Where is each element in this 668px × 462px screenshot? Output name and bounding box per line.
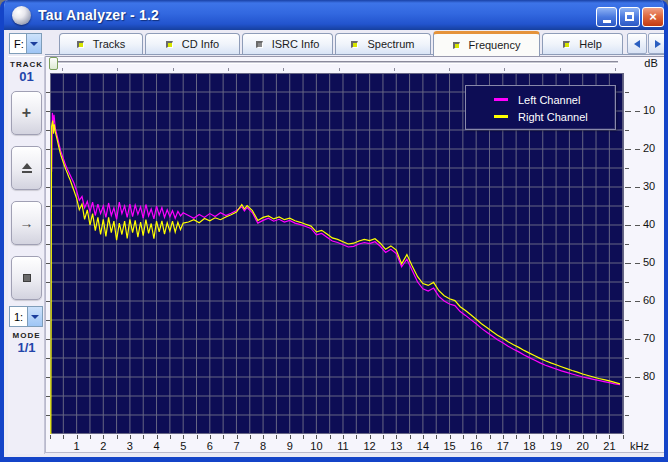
y-axis-tick-right [625,358,629,359]
y-axis-tick-dash [635,301,640,302]
x-axis-tick [476,435,477,439]
x-axis-tick-label: 3 [121,440,139,452]
x-axis-tick [63,435,64,439]
y-axis-tick-right [625,415,629,416]
x-axis-tick [103,435,104,439]
x-axis-tick [396,435,397,439]
legend-label: Left Channel [518,94,580,106]
y-axis-tick-right [625,111,631,112]
y-axis-tick-label: 30 [643,180,663,192]
minimize-icon [603,20,611,23]
y-axis-tick-right [625,339,631,340]
mode-combobox-value: 1: [10,311,27,323]
tab-indicator-icon [563,41,570,48]
y-axis-tick-dash [635,263,640,264]
y-axis-tick-left [46,225,50,226]
legend-item: Left Channel [466,91,615,108]
y-axis-tick-left [46,111,50,112]
position-slider-track[interactable] [52,61,618,64]
arrow-left-icon [634,40,640,48]
x-axis-tick [50,435,51,439]
series-left-channel [52,113,620,385]
y-axis-tick-dash [635,225,640,226]
y-axis-tick-left [46,263,50,264]
x-axis-tick [423,435,424,439]
tab-bar: TracksCD InfoISRC InfoSpectrumFrequencyH… [59,33,625,55]
position-slider-thumb[interactable] [49,57,58,70]
close-button[interactable]: × [642,7,664,27]
legend-label: Right Channel [518,111,588,123]
tab-frequency[interactable]: Frequency [433,31,540,56]
slider-tick [339,68,340,71]
tab-help[interactable]: Help [542,33,623,54]
drive-combobox[interactable]: F: [9,33,42,54]
tab-scroll-right-button[interactable] [648,33,668,54]
x-axis-tick-label: 13 [387,440,405,452]
y-axis-tick-right [625,320,629,321]
x-axis-tick-label: 2 [94,440,112,452]
minimize-button[interactable] [596,7,617,27]
eject-button[interactable] [11,146,42,190]
tab-label: Tracks [93,38,126,50]
eject-icon [22,163,32,173]
slider-tick [504,68,505,71]
x-axis-tick-label: 14 [414,440,432,452]
tab-cd-info[interactable]: CD Info [145,33,240,54]
x-axis-tick-label: 8 [254,440,272,452]
x-axis-tick [583,435,584,439]
window-title: Tau Analyzer - 1.2 [38,7,159,23]
y-axis-tick-left [46,244,50,245]
slider-tick [228,68,229,71]
x-axis-tick [383,435,384,439]
x-axis-tick [356,435,357,439]
track-label: TRACK [8,60,45,69]
tab-label: ISRC Info [272,38,320,50]
x-axis-tick [556,435,557,439]
x-axis-tick [450,435,451,439]
x-axis-tick [210,435,211,439]
drive-combobox-dropdown-button[interactable] [26,34,41,53]
x-axis-tick [463,435,464,439]
app-sphere-icon [12,6,31,25]
legend-color-dash [494,115,508,118]
x-axis-tick [370,435,371,439]
y-axis-tick-left [46,339,50,340]
x-axis-tick-label: 4 [148,440,166,452]
x-axis-tick-label: 21 [600,440,618,452]
y-axis-tick-left [46,187,50,188]
mode-value: 1/1 [8,340,45,355]
tab-tracks[interactable]: Tracks [59,33,143,54]
x-axis-tick [130,435,131,439]
x-axis-tick [223,435,224,439]
close-icon: × [649,9,657,24]
maximize-button[interactable] [619,7,640,27]
play-next-button[interactable]: → [11,201,42,245]
y-axis-tick-label: 70 [643,332,663,344]
slider-tick [615,68,616,71]
legend-color-dash [494,98,508,101]
x-axis-unit-label: kHz [630,440,664,452]
x-axis-tick [250,435,251,439]
y-axis-tick-right [625,263,631,264]
y-axis-tick-left [46,130,50,131]
y-axis-tick-left [46,282,50,283]
tab-isrc-info[interactable]: ISRC Info [242,33,333,54]
x-axis-tick [263,435,264,439]
tab-scroll-left-button[interactable] [627,33,647,54]
x-axis-tick-label: 5 [174,440,192,452]
mode-combobox-dropdown-button[interactable] [27,307,42,326]
y-axis-tick-right [625,282,629,283]
x-axis-tick-label: 10 [307,440,325,452]
add-button[interactable]: + [11,91,42,135]
x-axis-tick [170,435,171,439]
tab-spectrum[interactable]: Spectrum [335,33,431,54]
slider-tick [449,68,450,71]
slider-tick [62,68,63,71]
x-axis-tick [77,435,78,439]
x-axis-tick [117,435,118,439]
x-axis-tick-label: 12 [361,440,379,452]
y-axis-tick-right [625,130,629,131]
stop-button[interactable] [11,256,42,300]
mode-combobox[interactable]: 1: [9,306,43,327]
x-axis-tick [490,435,491,439]
